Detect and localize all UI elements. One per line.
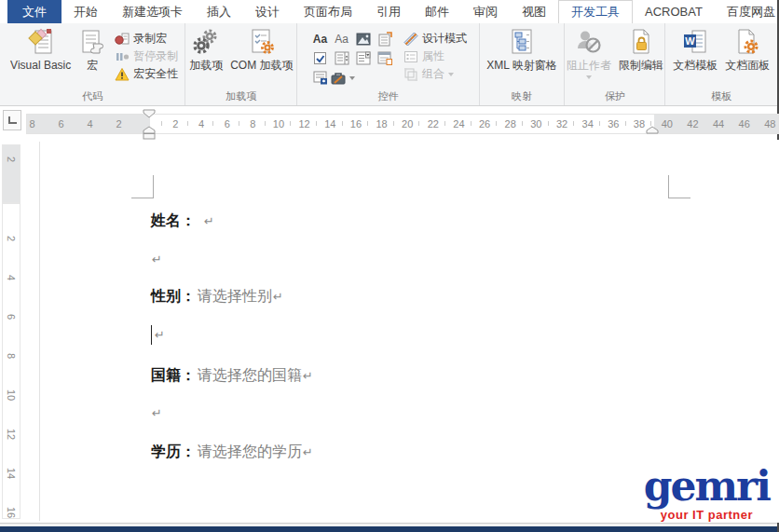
empty-paragraph[interactable]: ↵ <box>151 402 162 423</box>
addins-label: 加载项 <box>189 60 223 72</box>
picture-control-button[interactable] <box>352 29 374 48</box>
tab-view[interactable]: 视图 <box>510 0 558 23</box>
ribbon-tab-bar: 文件 开始 新建选项卡 插入 设计 页面布局 引用 邮件 审阅 视图 开发工具 … <box>0 0 777 23</box>
rich-text-control-button[interactable]: Aa <box>309 29 331 48</box>
form-line-education[interactable]: 学历： 请选择您的学历 ↵ <box>151 442 313 462</box>
tab-developer[interactable]: 开发工具 <box>558 0 633 23</box>
gemri-watermark: gemri your IT partner <box>644 466 770 521</box>
macros-label: 宏 <box>87 60 98 72</box>
dropdown-placeholder-education[interactable]: 请选择您的学历 <box>198 443 302 462</box>
dropdown-list-control-button[interactable] <box>352 48 374 68</box>
legacy-tools-dropdown-arrow <box>349 76 355 80</box>
tab-design[interactable]: 设计 <box>243 0 292 23</box>
paragraph-mark: ↵ <box>273 290 283 304</box>
tab-home[interactable]: 开始 <box>62 0 110 23</box>
form-line-gender[interactable]: 性别： 请选择性别 ↵ <box>151 286 283 307</box>
block-authors-button[interactable]: 阻止作者 <box>563 25 615 79</box>
xml-mapping-pane-label: XML 映射窗格 <box>486 60 557 72</box>
tab-new-custom-tab[interactable]: 新建选项卡 <box>110 0 195 23</box>
legacy-tools-button[interactable] <box>331 68 374 88</box>
form-line-nationality[interactable]: 国籍： 请选择您的国籍 ↵ <box>151 365 313 386</box>
ribbon-group-code: Visual Basic 宏 <box>0 23 185 105</box>
pause-recording-label: 暂停录制 <box>133 48 178 64</box>
properties-button[interactable]: 属性 <box>403 48 467 65</box>
ruler-right-numbers: 4042444648 <box>654 115 779 133</box>
ruler-number: 2 <box>104 115 133 133</box>
tab-file[interactable]: 文件 <box>7 0 62 23</box>
tab-references[interactable]: 引用 <box>364 0 413 23</box>
empty-paragraph[interactable]: ↵ <box>151 249 162 269</box>
building-block-gallery-button[interactable] <box>374 29 395 48</box>
document-panel-button[interactable]: 文档面板 <box>721 25 773 72</box>
ruler-number: 4 <box>3 258 20 297</box>
checkbox-control-button[interactable] <box>309 48 331 68</box>
margin-corner-top-right <box>668 175 690 198</box>
xml-mapping-pane-button[interactable]: XML 映射窗格 <box>483 25 561 72</box>
group-dropdown-arrow <box>448 73 454 76</box>
field-label-gender: 性别： <box>151 287 196 307</box>
ruler-row: 8642 2468101214161820222426283032343638 … <box>0 106 777 140</box>
date-picker-control-button[interactable] <box>374 48 395 68</box>
tab-review[interactable]: 审阅 <box>461 0 510 23</box>
ruler-number: 42 <box>680 115 706 133</box>
com-addins-label: COM 加载项 <box>230 60 293 72</box>
svg-text:W: W <box>686 35 696 47</box>
vertical-ruler[interactable]: 2 246810121416 <box>2 144 20 519</box>
paragraph-mark: ↵ <box>303 445 313 459</box>
first-line-indent-marker[interactable] <box>143 109 156 118</box>
addins-gears-icon <box>192 26 220 58</box>
com-addins-button[interactable]: COM 加载项 <box>226 25 296 72</box>
repeating-section-control-button[interactable] <box>309 68 331 88</box>
block-authors-label: 阻止作者 <box>567 60 611 72</box>
gemri-logo: gemri <box>644 466 770 507</box>
tab-baidu-netdisk[interactable]: 百度网盘 <box>715 0 779 23</box>
ruler-number: 12 <box>3 415 20 454</box>
ruler-right-margin: 4042444648 <box>654 115 778 133</box>
visual-basic-button[interactable]: Visual Basic <box>7 25 75 72</box>
tab-page-layout[interactable]: 页面布局 <box>292 0 364 23</box>
pause-recording-button[interactable]: 暂停录制 <box>114 48 178 65</box>
plain-text-control-button[interactable]: Aa <box>331 29 352 48</box>
tab-insert[interactable]: 插入 <box>195 0 243 23</box>
document-template-label: 文档模板 <box>673 60 718 72</box>
group-label-templates: 模板 <box>665 89 777 105</box>
macro-security-label: 宏安全性 <box>133 66 178 82</box>
com-addins-icon <box>248 26 276 58</box>
empty-paragraph-with-cursor[interactable]: ↵ <box>151 324 165 345</box>
ruler-number: 10 <box>3 375 20 415</box>
group-button[interactable]: 组合 <box>403 65 467 83</box>
tab-mailings[interactable]: 邮件 <box>413 0 461 23</box>
tab-acrobat[interactable]: ACROBAT <box>633 0 715 23</box>
macros-button[interactable]: 宏 <box>75 25 110 72</box>
visual-basic-label: Visual Basic <box>10 60 71 72</box>
record-macro-button[interactable]: 录制宏 <box>114 30 178 48</box>
ribbon-group-protect: 阻止作者 限制编辑 保护 <box>565 23 665 105</box>
checkbox-control-icon <box>313 51 327 65</box>
ruler-number: 46 <box>731 115 758 133</box>
repeating-section-control-icon <box>313 71 328 85</box>
design-mode-button[interactable]: 设计模式 <box>403 30 467 48</box>
macro-icon <box>78 26 106 58</box>
date-picker-control-icon <box>377 51 392 65</box>
dropdown-placeholder-gender[interactable]: 请选择性别 <box>198 287 272 307</box>
paragraph-mark: ↵ <box>303 369 313 383</box>
group-label: 组合 <box>422 66 444 82</box>
combo-box-control-button[interactable] <box>331 48 352 68</box>
macro-security-button[interactable]: 宏安全性 <box>114 65 178 83</box>
document-panel-label: 文档面板 <box>725 60 770 72</box>
ruler-number: 6 <box>47 115 75 133</box>
building-block-gallery-icon <box>377 32 392 47</box>
pause-recording-icon <box>114 49 130 64</box>
legacy-tools-icon <box>331 71 347 85</box>
visual-basic-icon <box>27 26 55 58</box>
right-indent-marker[interactable] <box>646 126 659 134</box>
addins-button[interactable]: 加载项 <box>185 25 226 72</box>
left-indent-marker[interactable] <box>143 133 156 140</box>
dropdown-placeholder-nationality[interactable]: 请选择您的国籍 <box>198 366 302 386</box>
ruler-tick-marks <box>149 121 657 126</box>
restrict-editing-button[interactable]: 限制编辑 <box>615 25 667 72</box>
document-template-button[interactable]: W 文档模板 <box>669 25 721 72</box>
paragraph-mark: ↵ <box>204 214 214 228</box>
form-line-name[interactable]: 姓名： ↵ <box>151 211 214 231</box>
page-left-edge <box>39 142 40 521</box>
